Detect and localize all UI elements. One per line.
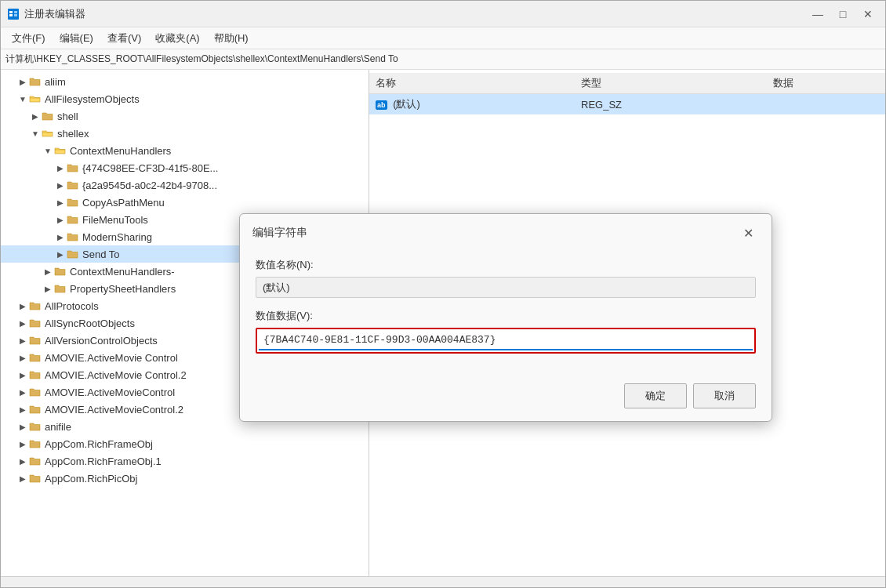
folder-icon-allversioncontrolobjects (29, 334, 42, 347)
folder-icon-appcom1 (29, 437, 42, 450)
folder-icon-key1 (67, 162, 79, 174)
address-bar: 计算机\HKEY_CLASSES_ROOT\AllFilesystemObjec… (1, 49, 885, 70)
tree-label-shell: shell (57, 111, 78, 122)
maximize-button[interactable]: □ (832, 5, 854, 23)
dialog-ok-button[interactable]: 确定 (624, 383, 687, 408)
address-path: 计算机\HKEY_CLASSES_ROOT\AllFilesystemObjec… (5, 53, 398, 66)
tree-arrow-filemenutools[interactable]: ▶ (54, 213, 67, 226)
tree-arrow-aliim[interactable]: ▶ (16, 75, 29, 88)
svg-rect-3 (14, 11, 17, 13)
tree-item-key2[interactable]: ▶ {a2a9545d-a0c2-42b4-9708... (1, 176, 369, 194)
tree-item-contextmenuhandlers[interactable]: ▼ ContextMenuHandlers (1, 142, 369, 159)
reg-data-cell (767, 94, 885, 115)
tree-arrow-amovie2[interactable]: ▶ (16, 368, 29, 381)
tree-arrow-amovie1[interactable]: ▶ (16, 351, 29, 364)
tree-arrow-modernsharing[interactable]: ▶ (54, 230, 67, 243)
tree-arrow-propertysheethandlers[interactable]: ▶ (42, 282, 54, 295)
table-row[interactable]: ab (默认) REG_SZ (369, 94, 885, 115)
minimize-button[interactable]: — (807, 5, 829, 23)
tree-arrow-contextmenuhandlers[interactable]: ▼ (42, 144, 54, 157)
tree-arrow-appcom3[interactable]: ▶ (16, 472, 29, 485)
tree-label-appcom3: AppCom.RichPicObj (45, 473, 138, 485)
tree-item-allfilesystemobjects[interactable]: ▼ AllFilesystemObjects (1, 90, 369, 107)
menu-favorites[interactable]: 收藏夹(A) (149, 29, 205, 48)
folder-icon-allfilesystemobjects (29, 93, 42, 105)
folder-icon-amovie4 (29, 403, 42, 416)
edit-string-dialog: 编辑字符串 ✕ 数值名称(N): 数值数据(V): 确定 (239, 213, 772, 422)
tree-item-shellex[interactable]: ▼ shellex (1, 125, 369, 142)
dialog-value-input[interactable] (259, 331, 753, 349)
tree-label-filemenutools: FileMenuTools (82, 214, 148, 226)
tree-item-shell[interactable]: ▶ shell (1, 107, 369, 125)
tree-arrow-allprotocols[interactable]: ▶ (16, 299, 29, 312)
tree-arrow-allsyncrootobjects[interactable]: ▶ (16, 317, 29, 329)
tree-item-copyaspathmenub[interactable]: ▶ CopyAsPathMenu (1, 194, 369, 211)
reg-type-cell: REG_SZ (575, 94, 767, 115)
dialog-name-label: 数值名称(N): (256, 258, 756, 272)
folder-icon-contextmenuhandlers (54, 144, 67, 157)
tree-arrow-allfilesystemobjects[interactable]: ▼ (16, 93, 29, 105)
tree-arrow-key1[interactable]: ▶ (54, 162, 67, 174)
dialog-cancel-button[interactable]: 取消 (693, 383, 756, 408)
tree-arrow-sendto[interactable]: ▶ (54, 248, 67, 260)
window-title: 注册表编辑器 (24, 7, 85, 21)
folder-icon-contextmenuhandlers2 (54, 265, 67, 278)
folder-icon-allsyncrootobjects (29, 317, 42, 329)
tree-item-appcom3[interactable]: ▶ AppCom.RichPicObj (1, 470, 369, 487)
folder-icon-amovie1 (29, 351, 42, 364)
folder-icon-aliim (29, 75, 42, 88)
tree-arrow-allversioncontrolobjects[interactable]: ▶ (16, 334, 29, 347)
col-header-name: 名称 (369, 73, 575, 94)
tree-label-key1: {474C98EE-CF3D-41f5-80E... (82, 162, 218, 174)
title-bar: 注册表编辑器 — □ ✕ (1, 1, 885, 27)
tree-arrow-shellex[interactable]: ▼ (29, 127, 42, 140)
tree-arrow-key2[interactable]: ▶ (54, 179, 67, 191)
tree-arrow-appcom1[interactable]: ▶ (16, 437, 29, 450)
horizontal-scrollbar[interactable] (1, 576, 885, 587)
reg-ab-icon: ab (376, 100, 387, 110)
dialog-name-input[interactable] (256, 277, 756, 298)
svg-rect-1 (9, 11, 13, 13)
folder-icon-allprotocols (29, 299, 42, 312)
folder-icon-filemenutools (67, 213, 79, 226)
folder-icon-sendto (67, 248, 79, 260)
menu-help[interactable]: 帮助(H) (208, 29, 255, 48)
tree-label-sendto: Send To (82, 249, 119, 260)
tree-item-key1[interactable]: ▶ {474C98EE-CF3D-41f5-80E... (1, 159, 369, 176)
dialog-title: 编辑字符串 (252, 226, 307, 240)
tree-item-appcom2[interactable]: ▶ AppCom.RichFrameObj.1 (1, 452, 369, 470)
dialog-value-wrapper (256, 328, 756, 354)
menu-view[interactable]: 查看(V) (101, 29, 147, 48)
close-button[interactable]: ✕ (857, 5, 879, 23)
tree-item-appcom1[interactable]: ▶ AppCom.RichFrameObj (1, 435, 369, 452)
dialog-data-label: 数值数据(V): (256, 309, 756, 323)
folder-icon-amovie3 (29, 386, 42, 398)
folder-icon-shellex (42, 127, 54, 140)
folder-icon-modernsharing (67, 230, 79, 243)
svg-rect-4 (14, 14, 17, 16)
menu-edit[interactable]: 编辑(E) (53, 29, 100, 48)
tree-arrow-amovie3[interactable]: ▶ (16, 386, 29, 398)
tree-label-amovie4: AMOVIE.ActiveMovieControl.2 (45, 404, 183, 416)
tree-label-allfilesystemobjects: AllFilesystemObjects (45, 93, 140, 105)
tree-label-amovie2: AMOVIE.ActiveMovie Control.2 (45, 369, 187, 381)
reg-name-cell: ab (默认) (369, 94, 575, 115)
tree-arrow-shell[interactable]: ▶ (29, 110, 42, 122)
col-header-data: 数据 (767, 73, 885, 94)
tree-item-aliim[interactable]: ▶ aliim (1, 73, 369, 90)
tree-label-contextmenuhandlers: ContextMenuHandlers (70, 145, 171, 157)
folder-icon-anifile (29, 420, 42, 433)
regedit-icon (7, 8, 20, 20)
tree-arrow-amovie4[interactable]: ▶ (16, 403, 29, 416)
menu-file[interactable]: 文件(F) (5, 29, 52, 48)
tree-label-propertysheethandlers: PropertySheetHandlers (70, 283, 176, 295)
tree-arrow-contextmenuhandlers2[interactable]: ▶ (42, 265, 54, 278)
folder-icon-shell (42, 110, 54, 122)
dialog-body: 数值名称(N): 数值数据(V): (240, 252, 772, 377)
tree-label-allsyncrootobjects: AllSyncRootObjects (45, 318, 135, 329)
dialog-close-button[interactable]: ✕ (737, 222, 759, 244)
tree-arrow-appcom2[interactable]: ▶ (16, 455, 29, 467)
tree-label-modernsharing: ModernSharing (82, 231, 152, 243)
tree-arrow-copyaspathmenub[interactable]: ▶ (54, 196, 67, 209)
tree-arrow-anifile[interactable]: ▶ (16, 420, 29, 433)
